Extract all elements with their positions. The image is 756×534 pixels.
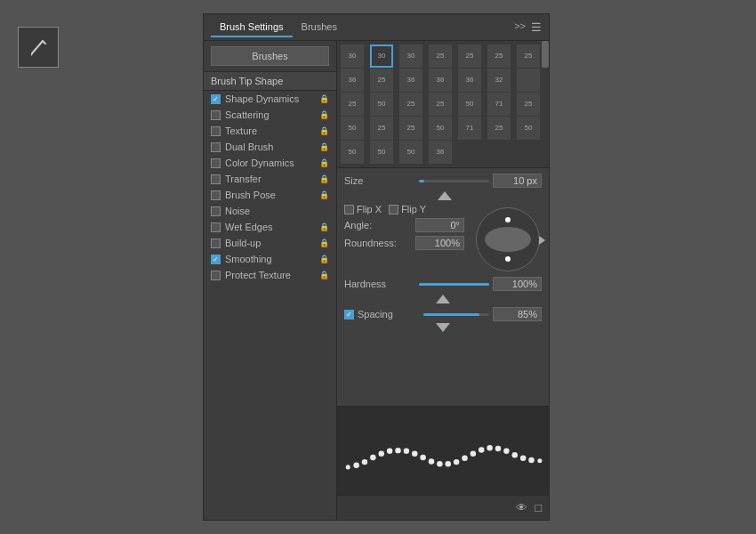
flip-y-item[interactable]: Flip Y — [389, 204, 426, 214]
brush-cell-26[interactable]: 25 — [487, 117, 511, 140]
spacing-triangle-down[interactable] — [436, 323, 450, 332]
brush-cell-0[interactable]: 30 — [341, 44, 364, 68]
svg-point-35 — [370, 455, 375, 460]
svg-point-56 — [537, 458, 542, 463]
option-checkbox-noise[interactable] — [211, 206, 221, 216]
brush-size-label: 30 — [407, 53, 415, 60]
roundness-value[interactable]: 100% — [415, 236, 464, 250]
option-checkbox-scattering[interactable] — [211, 110, 221, 120]
brush-cell-10[interactable]: 36 — [429, 69, 452, 92]
option-item-scattering[interactable]: Scattering🔒 — [204, 107, 336, 123]
brush-cell-22[interactable]: 25 — [370, 117, 393, 140]
option-item-color-dynamics[interactable]: Color Dynamics🔒 — [204, 155, 336, 171]
brush-cell-23[interactable]: 25 — [399, 117, 422, 140]
option-checkbox-texture[interactable] — [211, 126, 221, 136]
brush-cell-27[interactable]: 50 — [517, 117, 540, 140]
svg-point-36 — [379, 451, 384, 457]
panel-header-icons: >> ☰ — [514, 20, 542, 34]
hardness-value[interactable]: 100% — [493, 277, 542, 291]
brush-cell-17[interactable]: 25 — [429, 93, 452, 116]
option-checkbox-build-up[interactable] — [211, 239, 221, 248]
brush-cell-19[interactable]: 71 — [487, 93, 511, 116]
spacing-value[interactable]: 85% — [493, 307, 542, 321]
brush-cell-14[interactable]: 25 — [341, 93, 364, 116]
brush-cell-5[interactable]: 25 — [487, 44, 511, 68]
option-checkbox-protect-texture[interactable] — [211, 271, 221, 280]
size-triangle-up[interactable] — [438, 191, 452, 200]
brush-size-label: 50 — [466, 101, 474, 108]
brush-cell-16[interactable]: 25 — [399, 93, 422, 116]
flip-x-checkbox[interactable] — [344, 205, 354, 214]
tab-brush-settings[interactable]: Brush Settings — [211, 18, 293, 37]
option-item-wet-edges[interactable]: Wet Edges🔒 — [204, 219, 336, 235]
brushes-button[interactable]: Brushes — [211, 46, 329, 66]
brush-tip-shape-label[interactable]: Brush Tip Shape — [204, 71, 336, 91]
lock-icon: 🔒 — [319, 174, 329, 183]
eye-icon[interactable]: 👁 — [516, 501, 527, 514]
flip-y-checkbox[interactable] — [389, 205, 398, 214]
create-new-icon[interactable]: □ — [535, 501, 542, 514]
brush-cell-15[interactable]: 50 — [370, 93, 393, 116]
brush-cell-6[interactable]: 25 — [517, 44, 540, 68]
panel-forward-icon[interactable]: >> — [514, 20, 526, 34]
option-item-texture[interactable]: Texture🔒 — [204, 123, 336, 139]
size-slider[interactable] — [419, 180, 489, 182]
panel-menu-icon[interactable]: ☰ — [531, 20, 542, 34]
hardness-triangle-up[interactable] — [436, 295, 450, 303]
option-item-build-up[interactable]: Build-up🔒 — [204, 235, 336, 251]
option-item-protect-texture[interactable]: Protect Texture🔒 — [204, 267, 336, 283]
brush-cell-29[interactable]: 50 — [370, 141, 393, 164]
angle-value[interactable]: 0° — [415, 218, 464, 232]
brush-cell-8[interactable]: 25 — [370, 69, 393, 92]
angle-diagram[interactable] — [476, 207, 542, 273]
angle-row: Angle: 0° — [344, 218, 469, 232]
svg-point-34 — [362, 459, 367, 465]
flip-x-item[interactable]: Flip X — [344, 204, 382, 214]
spacing-label: Spacing — [358, 309, 420, 320]
brush-cell-11[interactable]: 36 — [458, 69, 481, 92]
brush-size-label: 71 — [466, 125, 474, 132]
option-item-noise[interactable]: Noise — [204, 203, 336, 219]
tab-brushes[interactable]: Brushes — [293, 18, 346, 37]
option-checkbox-color-dynamics[interactable] — [211, 158, 221, 168]
option-item-transfer[interactable]: Transfer🔒 — [204, 171, 336, 187]
brush-cell-9[interactable]: 36 — [399, 69, 422, 92]
brush-cell-25[interactable]: 71 — [458, 117, 481, 140]
svg-point-33 — [353, 462, 358, 467]
brush-cell-13[interactable] — [517, 69, 540, 92]
option-checkbox-brush-pose[interactable] — [211, 190, 221, 200]
brush-cell-7[interactable]: 36 — [341, 69, 364, 92]
brush-cell-30[interactable]: 50 — [399, 141, 422, 164]
brush-cell-1[interactable]: 30 — [370, 44, 393, 68]
brush-grid-scrollbar[interactable] — [542, 41, 549, 167]
brush-cell-4[interactable]: 25 — [458, 44, 481, 68]
option-checkbox-dual-brush[interactable] — [211, 142, 221, 152]
angle-roundness-section: Flip X Flip Y Angle: 0° Roun — [344, 204, 542, 273]
brush-cell-21[interactable]: 50 — [341, 117, 364, 140]
brush-size-label: 50 — [378, 149, 386, 156]
size-value[interactable]: 10 px — [493, 174, 542, 188]
spacing-checkbox[interactable] — [344, 310, 354, 320]
angle-label: Angle: — [344, 220, 415, 231]
brush-cell-20[interactable]: 25 — [517, 93, 540, 116]
option-checkbox-smoothing[interactable] — [211, 255, 221, 264]
brush-cell-18[interactable]: 50 — [458, 93, 481, 116]
option-label: Wet Edges — [225, 222, 273, 232]
brush-cell-2[interactable]: 30 — [399, 44, 422, 68]
brush-cell-28[interactable]: 50 — [341, 141, 364, 164]
option-checkbox-shape-dynamics[interactable] — [211, 94, 221, 104]
brush-cell-31[interactable]: 36 — [429, 141, 452, 164]
brush-cell-12[interactable]: 32 — [487, 69, 511, 92]
roundness-label: Roundness: — [344, 238, 415, 248]
svg-point-42 — [429, 458, 434, 464]
brush-cell-24[interactable]: 50 — [429, 117, 452, 140]
option-item-smoothing[interactable]: Smoothing🔒 — [204, 251, 336, 267]
option-item-dual-brush[interactable]: Dual Brush🔒 — [204, 139, 336, 155]
option-checkbox-wet-edges[interactable] — [211, 222, 221, 232]
option-item-brush-pose[interactable]: Brush Pose🔒 — [204, 187, 336, 203]
spacing-slider[interactable] — [423, 313, 489, 316]
brush-cell-3[interactable]: 25 — [429, 44, 452, 68]
option-checkbox-transfer[interactable] — [211, 174, 221, 184]
hardness-slider[interactable] — [419, 283, 489, 286]
option-item-shape-dynamics[interactable]: Shape Dynamics🔒 — [204, 91, 336, 107]
